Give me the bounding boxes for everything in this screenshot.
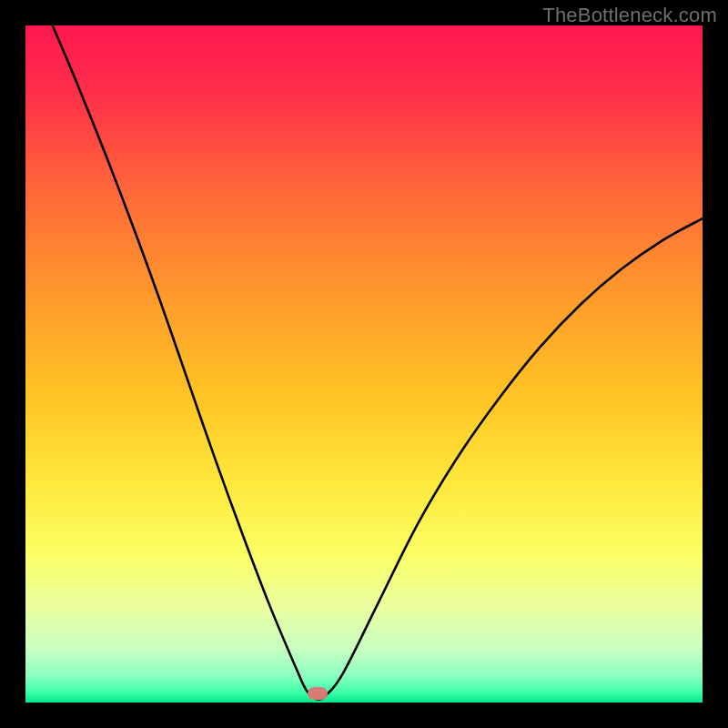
plot-area — [25, 25, 703, 703]
gradient-background — [25, 25, 703, 703]
watermark-text: TheBottleneck.com — [542, 4, 717, 27]
chart-frame: TheBottleneck.com — [0, 0, 728, 728]
chart-svg — [25, 25, 703, 703]
minimum-marker — [308, 687, 328, 700]
